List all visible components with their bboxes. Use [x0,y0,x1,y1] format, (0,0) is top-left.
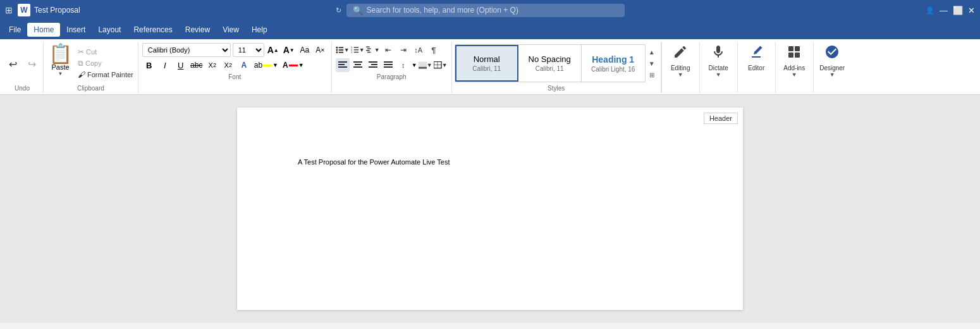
svg-rect-1 [338,47,343,48]
font-color-btn[interactable]: A ▼ [281,60,305,70]
redo-button[interactable]: ↪ [23,56,40,71]
menu-layout[interactable]: Layout [92,23,127,37]
cut-button[interactable]: ✂ Cut [76,47,135,57]
menu-view[interactable]: View [216,23,245,37]
sort-btn[interactable]: ↕A [412,43,426,57]
text-effects-btn[interactable]: A [237,58,251,72]
format-painter-label: Format Painter [87,71,133,78]
search-input[interactable] [367,6,618,15]
bold-button[interactable]: B [142,58,156,72]
styles-expand-btn[interactable]: ⊞ [647,70,657,80]
style-nospacing-sub: Calibri, 11 [536,65,564,72]
svg-rect-15 [367,52,371,53]
svg-point-0 [336,47,338,49]
svg-rect-27 [384,66,393,68]
menu-help[interactable]: Help [245,23,274,37]
font-name-select[interactable]: Calibri (Body) [142,43,231,57]
svg-rect-13 [367,48,371,49]
apps-icon[interactable]: ⊞ [5,5,13,15]
style-normal-sub: Calibri, 11 [472,65,501,72]
shading-btn[interactable]: ▼ [419,58,432,72]
copy-button[interactable]: ⧉ Copy [76,58,135,68]
styles-up-btn[interactable]: ▲ [647,47,657,57]
menu-home[interactable]: Home [27,23,60,37]
line-spacing-btn[interactable]: ↕ [396,58,410,72]
align-left-btn[interactable] [336,58,350,72]
align-right-btn[interactable] [366,58,380,72]
svg-rect-26 [384,64,393,65]
bullets-btn[interactable]: ▼ [336,43,350,57]
menu-references[interactable]: References [127,23,178,37]
change-case-btn[interactable]: Aa [298,43,312,57]
decrease-indent-btn[interactable]: ⇤ [381,43,395,57]
superscript-button[interactable]: X2 [221,58,235,72]
decrease-font-btn[interactable]: A▼ [282,43,296,57]
paste-label: Paste [51,63,69,71]
menu-file[interactable]: File [3,23,27,37]
svg-rect-35 [788,53,793,58]
styles-group-label: Styles [548,85,565,92]
svg-rect-14 [366,50,370,51]
svg-rect-34 [795,46,800,51]
cut-label: Cut [86,48,97,56]
strikethrough-button[interactable]: abc [190,58,204,72]
document-body-text[interactable]: A Test Proposal for the Power Automate L… [298,158,682,166]
increase-font-btn[interactable]: A▲ [266,43,280,57]
copy-label: Copy [85,59,102,67]
justify-btn[interactable] [381,58,395,72]
title-bar: ⊞ W Test Proposal ↻ 🔍 👤 — ⬜ ✕ [0,0,980,20]
italic-button[interactable]: I [158,58,172,72]
underline-button[interactable]: U [174,58,188,72]
editor-icon [749,44,764,63]
styles-scroll[interactable]: ▲ ▼ ⊞ [646,46,658,81]
highlight-color-btn[interactable]: ab ▼ [253,60,279,70]
svg-rect-33 [788,46,793,51]
addins-group[interactable]: Add-ins ▼ [775,42,813,93]
style-normal[interactable]: Normal Calibri, 11 [455,45,518,82]
subscript-button[interactable]: X2 [205,58,219,72]
numbering-btn[interactable]: 1.2.3. ▼ [351,43,365,57]
style-nospacing-name: No Spacing [529,54,571,64]
styles-down-btn[interactable]: ▼ [647,58,657,68]
style-heading1-name: Heading 1 [592,54,634,65]
designer-label: Designer [819,65,845,71]
svg-rect-25 [384,61,393,63]
font-size-select[interactable]: 11 [233,43,264,57]
svg-rect-5 [338,52,343,53]
style-normal-name: Normal [474,54,500,64]
svg-rect-18 [338,66,347,68]
account-area: 👤 [926,6,934,15]
borders-btn[interactable]: ▼ [434,58,448,72]
menu-insert[interactable]: Insert [60,23,92,37]
show-hide-btn[interactable]: ¶ [427,43,441,57]
menu-review[interactable]: Review [179,23,216,37]
close-btn[interactable]: ✕ [968,6,975,15]
style-heading1[interactable]: Heading 1 Calibri Light, 16 [582,45,645,82]
style-no-spacing[interactable]: No Spacing Calibri, 11 [518,45,582,82]
minimize-btn[interactable]: — [940,6,948,15]
multilevel-list-btn[interactable]: ▼ [366,43,380,57]
maximize-btn[interactable]: ⬜ [953,6,963,15]
style-heading1-sub: Calibri Light, 16 [591,66,635,73]
align-center-btn[interactable] [351,58,365,72]
svg-rect-22 [369,61,377,63]
designer-group[interactable]: Designer ▼ [813,42,851,93]
font-group-label: Font [142,73,328,80]
svg-rect-17 [338,64,345,65]
format-painter-button[interactable]: 🖌 Format Painter [76,70,135,80]
svg-point-4 [336,51,338,53]
svg-text:3.: 3. [351,51,353,54]
search-box[interactable]: 🔍 [346,4,625,17]
editor-group[interactable]: Editor [737,42,775,93]
dictate-group[interactable]: Dictate ▼ [699,42,737,93]
svg-rect-20 [355,64,361,65]
increase-indent-btn[interactable]: ⇥ [396,43,410,57]
svg-rect-11 [353,52,358,53]
undo-button[interactable]: ↩ [4,56,21,71]
clear-formatting-btn[interactable]: A✕ [314,43,328,57]
paste-button[interactable]: 📋 Paste ▼ [46,43,75,84]
designer-icon [824,44,840,63]
svg-rect-36 [795,53,800,58]
editing-group[interactable]: Editing ▼ [661,42,699,93]
document-content[interactable]: A Test Proposal for the Power Automate L… [237,108,743,191]
